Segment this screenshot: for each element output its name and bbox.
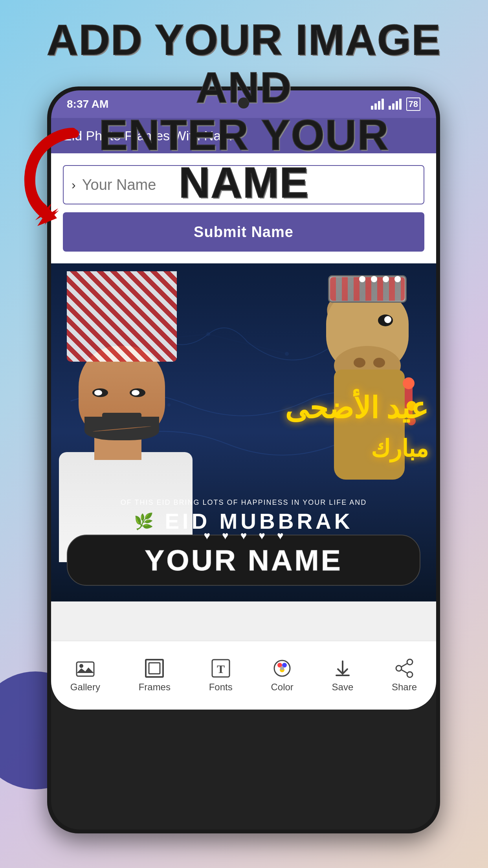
heart-icon: ♥ bbox=[204, 530, 210, 542]
header-line1: ADD YOUR IMAGE AND bbox=[47, 15, 441, 111]
nav-item-color[interactable]: Color bbox=[271, 658, 293, 693]
svg-line-6 bbox=[208, 334, 287, 354]
header-line2: ENTER YOUR NAME bbox=[99, 110, 389, 206]
heart-icon: ♥ bbox=[222, 530, 229, 542]
svg-line-22 bbox=[402, 664, 407, 667]
svg-rect-10 bbox=[149, 663, 160, 674]
your-name-display: ♥ ♥ ♥ ♥ ♥ YOUR NAME bbox=[67, 535, 420, 586]
svg-point-19 bbox=[407, 659, 413, 665]
eid-line1: OF THIS EID BRING LOTS OF HAPPINESS IN Y… bbox=[59, 498, 428, 507]
gallery-icon bbox=[75, 658, 95, 679]
color-icon bbox=[272, 658, 292, 679]
arabic-calligraphy: عيد الأضحى مبارك bbox=[285, 389, 428, 466]
nav-label-save: Save bbox=[332, 682, 354, 693]
share-icon bbox=[394, 658, 415, 679]
eid-frame-preview: عيد الأضحى مبارك OF THIS EID BRING LOTS … bbox=[51, 263, 436, 601]
heart-icon: ♥ bbox=[259, 530, 265, 542]
nav-item-gallery[interactable]: Gallery bbox=[70, 658, 100, 693]
save-icon bbox=[332, 658, 353, 679]
nav-item-frames[interactable]: Frames bbox=[139, 658, 171, 693]
nav-label-color: Color bbox=[271, 682, 293, 693]
your-name-text: YOUR NAME bbox=[145, 543, 342, 577]
frames-icon bbox=[144, 658, 165, 679]
svg-text:T: T bbox=[217, 662, 225, 675]
nav-label-share: Share bbox=[392, 682, 417, 693]
nav-item-fonts[interactable]: T Fonts bbox=[209, 658, 233, 693]
fonts-icon: T bbox=[211, 658, 231, 679]
svg-rect-7 bbox=[77, 662, 94, 676]
nav-label-frames: Frames bbox=[139, 682, 171, 693]
svg-point-17 bbox=[280, 666, 284, 670]
heart-icon: ♥ bbox=[240, 530, 247, 542]
bottom-navigation: Gallery Frames T Fonts bbox=[51, 641, 436, 710]
svg-point-20 bbox=[396, 666, 402, 671]
heart-decorations: ♥ ♥ ♥ ♥ ♥ bbox=[204, 530, 283, 542]
heart-icon: ♥ bbox=[277, 530, 284, 542]
svg-rect-18 bbox=[336, 675, 350, 676]
submit-name-button[interactable]: Submit Name bbox=[63, 212, 424, 252]
svg-point-8 bbox=[79, 664, 83, 668]
ad-banner bbox=[51, 601, 436, 641]
nav-label-fonts: Fonts bbox=[209, 682, 233, 693]
nav-label-gallery: Gallery bbox=[70, 682, 100, 693]
nav-item-save[interactable]: Save bbox=[332, 658, 354, 693]
leaf-left-icon: 🌿 bbox=[134, 512, 157, 531]
svg-point-21 bbox=[407, 672, 413, 677]
nav-item-share[interactable]: Share bbox=[392, 658, 417, 693]
svg-line-23 bbox=[402, 670, 407, 673]
red-arrow-decoration bbox=[12, 126, 98, 230]
